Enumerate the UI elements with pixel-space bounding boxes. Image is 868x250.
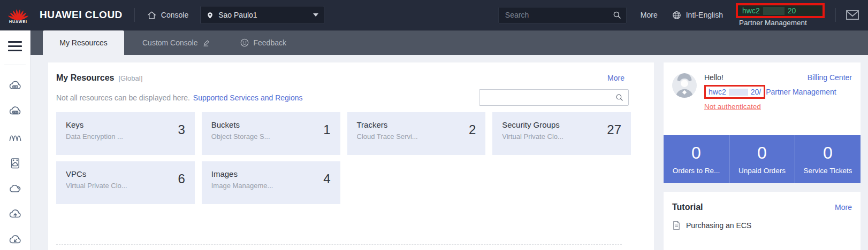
- search-icon[interactable]: [612, 10, 622, 20]
- ims-image-card-icon: [8, 156, 22, 170]
- stat-value: 0: [757, 144, 767, 162]
- resource-cards: Keys Data Encryption ... 3 Buckets Objec…: [56, 112, 631, 204]
- resources-more-link[interactable]: More: [607, 74, 646, 82]
- tutorial-card: Tutorial More Purchasing an ECS: [664, 192, 861, 250]
- person-icon: [672, 73, 697, 98]
- global-search-input[interactable]: [505, 11, 612, 19]
- sidebar-item-bms[interactable]: [7, 104, 23, 120]
- tab-custom-console-label: Custom Console: [142, 38, 198, 47]
- account-menu[interactable]: hwc2 20 Partner Management: [736, 3, 825, 27]
- huawei-logo-text: HUAWEI: [9, 20, 27, 24]
- obs-cloud-upload-icon: [8, 207, 22, 222]
- sidebar-item-evs[interactable]: [7, 181, 23, 197]
- tab-my-resources[interactable]: My Resources: [43, 30, 124, 55]
- stat-label: Service Tickets: [804, 167, 852, 175]
- auth-status-link[interactable]: Not authenticated: [704, 103, 761, 111]
- tab-my-resources-label: My Resources: [59, 38, 107, 47]
- tutorial-item-label: Purchasing an ECS: [686, 221, 751, 230]
- brand-name: HUAWEI CLOUD: [40, 9, 123, 21]
- username-link[interactable]: hwc2 20/: [709, 88, 761, 96]
- topbar-more[interactable]: More: [641, 11, 658, 19]
- account-stats: 0 Orders to Re... 0 Unpaid Orders 0 Serv…: [664, 135, 861, 183]
- panel-title: My Resources: [56, 73, 115, 83]
- vpc-cloud-arrow-icon: [8, 233, 22, 247]
- card-name: VPCs: [66, 169, 172, 178]
- partner-management-topbar[interactable]: Partner Management: [736, 19, 807, 27]
- huawei-flower-icon: [8, 7, 28, 21]
- auto-scaling-waves-icon: [8, 130, 22, 145]
- resource-card-security-groups[interactable]: Security Groups Virtual Private Clo... 2…: [492, 112, 631, 155]
- menu-toggle-button[interactable]: [8, 38, 22, 54]
- home-icon: [147, 10, 157, 20]
- username-prefix: hwc2: [742, 6, 760, 15]
- location-pin-icon: [206, 11, 214, 20]
- sidebar-divider: [4, 65, 26, 65]
- tutorial-more-link[interactable]: More: [835, 203, 852, 212]
- card-service: Virtual Private Clo...: [502, 132, 601, 140]
- messages-button[interactable]: [846, 9, 859, 21]
- ecs-cloud-server-icon: [8, 79, 22, 93]
- resource-card-vpcs[interactable]: VPCs Virtual Private Clo... 6: [56, 161, 195, 204]
- annotation-red-box-user: hwc2 20/: [704, 85, 765, 99]
- sidebar-item-obs[interactable]: [7, 206, 23, 222]
- region-selector[interactable]: Sao Paulo1: [200, 6, 324, 24]
- language-label: Intl-English: [686, 11, 723, 19]
- card-service: Virtual Private Clo...: [66, 182, 172, 190]
- resources-note: Not all resources can be displayed here.: [56, 93, 190, 102]
- brand[interactable]: HUAWEI HUAWEI CLOUD: [6, 7, 123, 24]
- stat-label: Unpaid Orders: [738, 167, 786, 175]
- sidebar-item-vpc[interactable]: [7, 232, 23, 248]
- globe-icon: [672, 10, 682, 20]
- resource-card-images[interactable]: Images Image Manageme... 4: [202, 161, 340, 204]
- global-search: [498, 7, 627, 24]
- card-count: 2: [469, 120, 476, 137]
- card-count: 6: [178, 169, 185, 186]
- card-name: Security Groups: [502, 120, 601, 129]
- card-name: Trackers: [357, 120, 463, 129]
- panel-scope: [Global]: [119, 74, 143, 82]
- stat-service-tickets[interactable]: 0 Service Tickets: [795, 135, 861, 183]
- sidebar-item-ims[interactable]: [7, 155, 23, 171]
- tab-feedback[interactable]: Feedback: [229, 30, 297, 55]
- billing-center-link[interactable]: Billing Center: [808, 73, 852, 82]
- sidebar-item-ecs[interactable]: [7, 78, 23, 94]
- topbar-divider: [134, 8, 135, 22]
- console-label: Console: [161, 11, 188, 19]
- card-service: Cloud Trace Servi...: [357, 132, 463, 140]
- chevron-down-icon: [313, 13, 318, 17]
- partner-management-link[interactable]: Partner Management: [766, 88, 836, 96]
- envelope-icon: [846, 9, 859, 21]
- console-link[interactable]: Console: [147, 10, 188, 20]
- right-column: Hello! Billing Center hwc2 20/: [664, 62, 861, 250]
- greeting: Hello!: [704, 73, 724, 82]
- supported-services-link[interactable]: Supported Services and Regions: [193, 93, 303, 102]
- stat-value: 0: [691, 144, 701, 162]
- tab-bar: My Resources Custom Console Feedback: [31, 30, 868, 55]
- annotation-red-box-topbar: hwc2 20: [736, 3, 825, 18]
- card-service: Data Encryption ...: [66, 132, 172, 140]
- resource-card-trackers[interactable]: Trackers Cloud Trace Servi... 2: [347, 112, 486, 155]
- card-count: 27: [607, 120, 621, 137]
- search-icon[interactable]: [615, 93, 624, 102]
- redacted-segment: [729, 89, 748, 96]
- tutorial-item-purchasing-ecs[interactable]: Purchasing an ECS: [672, 221, 852, 230]
- username-topbar[interactable]: hwc2 20: [742, 6, 796, 15]
- card-name: Images: [211, 169, 318, 178]
- resource-card-buckets[interactable]: Buckets Object Storage S... 1: [202, 112, 340, 155]
- stat-orders-to-review[interactable]: 0 Orders to Re...: [664, 135, 729, 183]
- topbar-divider-2: [835, 8, 836, 22]
- stat-unpaid-orders[interactable]: 0 Unpaid Orders: [729, 135, 795, 183]
- my-resources-panel: My Resources [Global] More Not all resou…: [48, 62, 654, 250]
- card-service: Image Manageme...: [211, 182, 318, 190]
- avatar[interactable]: [672, 73, 697, 98]
- service-sidebar: [0, 30, 31, 250]
- resource-filter-input[interactable]: [485, 93, 615, 101]
- resource-card-keys[interactable]: Keys Data Encryption ... 3: [56, 112, 195, 155]
- tab-custom-console[interactable]: Custom Console: [132, 30, 222, 55]
- language-selector[interactable]: Intl-English: [672, 10, 723, 20]
- card-name: Keys: [66, 120, 172, 129]
- sidebar-item-auto-scaling[interactable]: [7, 129, 23, 145]
- tutorial-title: Tutorial: [672, 202, 703, 212]
- region-value: Sao Paulo1: [218, 11, 309, 19]
- redacted-segment: [763, 7, 785, 15]
